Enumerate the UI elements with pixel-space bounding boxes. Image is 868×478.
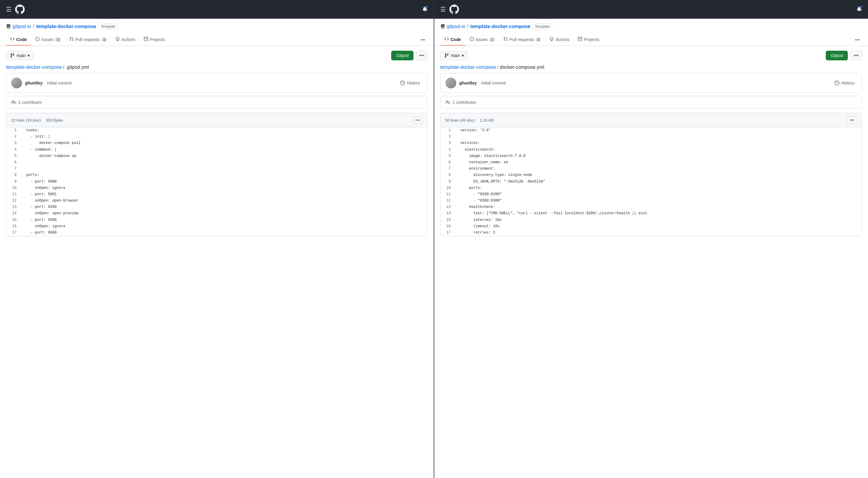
- hamburger-icon[interactable]: ☰: [440, 6, 446, 13]
- notification-dot: [425, 5, 428, 8]
- code-line: 1 version: '3.8': [441, 127, 862, 134]
- repo-owner-link[interactable]: gitpod-io: [447, 24, 465, 29]
- breadcrumb-repo-link[interactable]: template-docker-compose: [6, 65, 62, 70]
- line-number: 1: [6, 127, 22, 134]
- code-file-box: 50 lines (49 sloc) 1.16 KB ••• 1 version…: [440, 113, 862, 236]
- tab-icon-actions: [116, 37, 120, 42]
- tab-label: Issues: [476, 37, 488, 42]
- more-options-button[interactable]: •••: [416, 51, 428, 60]
- code-line: 13 - port: 9200: [6, 204, 427, 210]
- breadcrumb-file: .gitpod.yml: [65, 65, 89, 70]
- branch-button[interactable]: main ▾: [6, 51, 33, 60]
- line-content: timeout: 10s: [456, 223, 504, 230]
- breadcrumb-file: docker-compose.yml: [500, 65, 545, 70]
- code-line: 8 ports:: [6, 172, 427, 178]
- tab-pull-requests[interactable]: Pull requests 1: [499, 34, 545, 46]
- avatar: [445, 78, 456, 88]
- tab-label: Code: [16, 37, 27, 42]
- repo-owner-link[interactable]: gitpod-io: [13, 24, 31, 29]
- code-line: 16 timeout: 10s: [441, 223, 862, 230]
- commit-author[interactable]: ghuntley: [25, 81, 42, 85]
- more-tabs-icon[interactable]: •••: [418, 34, 428, 45]
- commit-box: ghuntley Initial commit History: [440, 73, 862, 93]
- code-line: 17 - port: 9600: [6, 230, 427, 236]
- commit-info: ghuntley Initial commit: [11, 78, 71, 88]
- line-content: - port: 5000: [22, 179, 62, 185]
- tab-projects[interactable]: Projects: [140, 34, 169, 46]
- line-content: version: '3.8': [456, 127, 496, 134]
- code-line: 9 - port: 5000: [6, 179, 427, 185]
- line-number: 7: [441, 166, 456, 172]
- branch-label: main: [451, 53, 460, 58]
- contributors-icon: [445, 100, 450, 105]
- line-content: - port: 5601: [22, 191, 62, 198]
- nav-left: ☰: [440, 4, 459, 14]
- line-number: 15: [441, 217, 456, 223]
- code-line: 17 retries: 3: [441, 230, 862, 236]
- code-line: 1 tasks:: [6, 127, 427, 134]
- line-content: retries: 3: [456, 230, 500, 236]
- code-line: 4 elasticsearch:: [441, 147, 862, 153]
- line-content: test: ["CMD-SHELL", "curl --silent --fai…: [456, 210, 652, 217]
- line-content: onOpen: open-preview: [22, 210, 83, 217]
- tab-issues[interactable]: Issues 1: [465, 34, 499, 46]
- tab-pull-requests[interactable]: Pull requests 1: [65, 34, 111, 46]
- tab-actions[interactable]: Actions: [111, 34, 140, 46]
- line-content: healthcheck:: [456, 204, 500, 210]
- code-file-box: 22 lines (19 sloc) 328 Bytes ••• 1 tasks…: [6, 113, 428, 236]
- history-button[interactable]: History: [398, 79, 423, 87]
- branch-row: main ▾ Gitpod •••: [440, 51, 862, 60]
- line-number: 9: [6, 179, 22, 185]
- repo-name-link[interactable]: template-docker-compose: [470, 24, 530, 29]
- line-number: 8: [6, 172, 22, 178]
- tab-label: Pull requests: [509, 37, 534, 42]
- line-content: image: elasticsearch:7.8.0: [456, 153, 530, 159]
- panel-right: ☰: [434, 0, 868, 478]
- code-line: 15 interval: 10s: [441, 217, 862, 223]
- line-number: 13: [441, 204, 456, 210]
- hamburger-icon[interactable]: ☰: [6, 6, 11, 13]
- line-number: 3: [441, 140, 456, 146]
- line-content: interval: 10s: [456, 217, 507, 223]
- tab-issues[interactable]: Issues 1: [31, 34, 65, 46]
- tab-code[interactable]: Code: [6, 34, 31, 46]
- history-icon: [400, 81, 405, 85]
- branch-button[interactable]: main ▾: [440, 51, 468, 60]
- commit-author[interactable]: ghuntley: [459, 81, 477, 85]
- notification-dot: [860, 5, 863, 8]
- top-nav: ☰: [434, 0, 868, 19]
- line-content: ES_JAVA_OPTS: "-Xms512m -Xmx512m": [456, 179, 550, 185]
- branch-icon: [444, 53, 449, 58]
- more-tabs-icon[interactable]: •••: [852, 34, 862, 45]
- tab-icon-projects: [144, 37, 148, 42]
- tab-icon-issues: [470, 37, 474, 42]
- tab-label: Pull requests: [75, 37, 100, 42]
- commit-box: ghuntley Initial commit History: [6, 73, 428, 93]
- gitpod-button[interactable]: Gitpod: [391, 51, 413, 60]
- tab-projects[interactable]: Projects: [574, 34, 603, 46]
- tab-code[interactable]: Code: [440, 34, 465, 46]
- tab-label: Issues: [41, 37, 53, 42]
- tab-badge: 1: [536, 37, 541, 42]
- breadcrumb-sep: /: [497, 65, 498, 70]
- tab-icon-issues: [35, 37, 39, 42]
- nav-left: ☰: [6, 4, 25, 14]
- code-line: 16 onOpen: ignore: [6, 223, 427, 230]
- code-line: 7: [6, 166, 427, 172]
- line-content: - command: |: [22, 147, 62, 153]
- tab-actions[interactable]: Actions: [545, 34, 574, 46]
- code-line: 8 discovery.type: single-node: [441, 172, 862, 178]
- code-header-left: 22 lines (19 sloc) 328 Bytes: [11, 118, 63, 122]
- code-file-header: 50 lines (49 sloc) 1.16 KB •••: [441, 113, 862, 127]
- code-more-button[interactable]: •••: [412, 116, 423, 124]
- line-number: 4: [6, 147, 22, 153]
- line-content: services:: [456, 140, 485, 146]
- more-options-button[interactable]: •••: [850, 51, 862, 60]
- code-line: 2: [441, 134, 862, 140]
- code-more-button[interactable]: •••: [847, 116, 857, 124]
- history-button[interactable]: History: [832, 79, 857, 87]
- line-number: 16: [441, 223, 456, 230]
- repo-name-link[interactable]: template-docker-compose: [36, 24, 96, 29]
- gitpod-button[interactable]: Gitpod: [826, 51, 848, 60]
- breadcrumb-repo-link[interactable]: template-docker-compose: [440, 65, 496, 70]
